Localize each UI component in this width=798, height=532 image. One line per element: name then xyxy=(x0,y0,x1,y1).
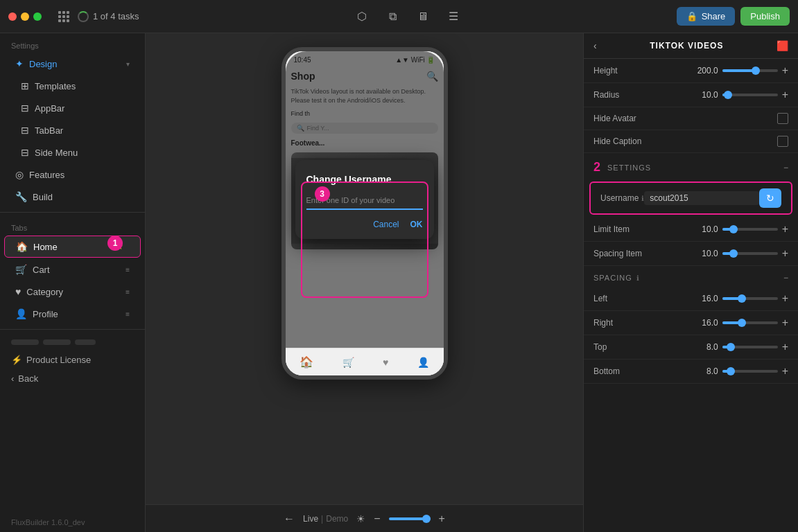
rp-username-row: Username ℹ ↻ xyxy=(589,181,792,215)
share-button[interactable]: 🔒 Share xyxy=(677,7,736,26)
rp-bottom-slider[interactable] xyxy=(722,370,778,373)
rp-hide-caption-row: Hide Caption xyxy=(584,130,798,153)
rp-spacing-item-plus[interactable]: + xyxy=(782,247,788,260)
templates-icon: ⊞ xyxy=(21,80,29,91)
sidebar: Settings ✦ Design ▾ ⊞ Templates ⊟ AppBar… xyxy=(0,33,146,532)
task-spinner xyxy=(78,11,89,22)
list-icon[interactable]: ☰ xyxy=(444,7,463,26)
task-badge: 1 of 4 tasks xyxy=(78,11,139,22)
sidebar-tab-cart[interactable]: 🛒 Cart ≡ xyxy=(4,259,141,280)
rp-back-arrow[interactable]: ‹ xyxy=(593,40,597,51)
rp-header: ‹ TIKTOK VIDEOS 🟥 xyxy=(584,33,798,59)
minimize-button[interactable] xyxy=(21,12,29,21)
grid-icon[interactable] xyxy=(58,11,69,22)
rp-left-label: Left xyxy=(593,294,607,303)
sidebar-item-design[interactable]: ✦ Design ▾ xyxy=(4,53,141,74)
rp-left-thumb xyxy=(738,294,746,303)
separator: | xyxy=(321,514,323,524)
maximize-button[interactable] xyxy=(33,12,42,21)
tasks-label: 1 of 4 tasks xyxy=(93,11,139,21)
rp-settings-collapse[interactable]: − xyxy=(783,163,788,172)
sidebar-item-appbar[interactable]: ⊟ AppBar xyxy=(4,98,141,118)
ph-line-1 xyxy=(11,339,39,345)
profile-badge: ≡ xyxy=(125,310,130,318)
sidebar-tab-category[interactable]: ♥ Category ≡ xyxy=(4,281,141,302)
layers-icon[interactable]: ⬡ xyxy=(352,7,372,26)
publish-button[interactable]: Publish xyxy=(740,7,790,26)
rp-height-fill xyxy=(722,69,756,72)
dialog-cancel-button[interactable]: Cancel xyxy=(373,220,399,229)
rp-bottom-plus[interactable]: + xyxy=(782,365,788,378)
zoom-slider[interactable] xyxy=(389,517,431,520)
category-badge: ≡ xyxy=(125,288,130,296)
rp-left-slider[interactable] xyxy=(722,297,778,300)
phone-inner: 10:45 ▲▼ WiFi 🔋 Shop 🔍 TikTok Videos lay… xyxy=(286,51,444,375)
sidebar-tab-profile[interactable]: 👤 Profile ≡ xyxy=(4,303,141,324)
traffic-lights xyxy=(8,12,42,21)
rp-limit-plus[interactable]: + xyxy=(782,223,788,236)
rp-spacing-collapse[interactable]: − xyxy=(783,273,788,283)
step3-badge: 3 xyxy=(315,186,330,202)
sidebar-product-license[interactable]: ⚡ Product License xyxy=(0,351,145,369)
sidebar-placeholder xyxy=(0,334,145,351)
topbar-center: ⬡ ⧉ 🖥 ☰ xyxy=(352,7,463,26)
rp-top-slider[interactable] xyxy=(722,346,778,348)
cart-label: Cart xyxy=(33,265,120,275)
nav-home-icon[interactable]: 🏠 xyxy=(300,355,313,369)
rp-top-plus[interactable]: + xyxy=(782,341,788,353)
nav-heart-icon[interactable]: ♥ xyxy=(383,357,388,368)
rp-height-slider[interactable] xyxy=(722,69,778,72)
build-icon: 🔧 xyxy=(15,191,27,202)
monitor-icon[interactable]: 🖥 xyxy=(413,7,433,26)
rp-top-value: 8.0 xyxy=(691,342,718,352)
rp-limit-slider[interactable] xyxy=(722,228,778,231)
rp-right-slider[interactable] xyxy=(722,321,778,324)
rp-hide-avatar-label: Hide Avatar xyxy=(593,114,636,123)
rp-hide-caption-checkbox[interactable] xyxy=(777,136,788,147)
sidebar-item-build[interactable]: 🔧 Build xyxy=(4,186,141,207)
rp-radius-slider[interactable] xyxy=(722,94,778,96)
rp-limit-thumb xyxy=(729,225,738,233)
live-label[interactable]: Live xyxy=(303,514,318,524)
demo-label[interactable]: Demo xyxy=(326,514,348,524)
rp-spacing-item-value: 10.0 xyxy=(691,249,718,258)
rp-username-input[interactable] xyxy=(644,191,759,205)
sidebar-item-features[interactable]: ◎ Features xyxy=(4,164,141,185)
templates-label: Templates xyxy=(35,81,130,91)
rp-height-plus[interactable]: + xyxy=(782,64,788,77)
sidebar-item-sidemenu[interactable]: ⊟ Side Menu xyxy=(4,142,141,163)
rp-radius-plus[interactable]: + xyxy=(782,89,788,101)
rp-spacing-item-slider[interactable] xyxy=(722,252,778,255)
topbar-right: 🔒 Share Publish xyxy=(677,7,790,26)
design-label: Design xyxy=(29,59,121,69)
sidebar-item-tabbar[interactable]: ⊟ TabBar xyxy=(4,120,141,141)
zoom-in-button[interactable]: + xyxy=(439,513,445,525)
nav-back-button[interactable]: ← xyxy=(284,513,295,525)
rp-close-icon[interactable]: 🟥 xyxy=(777,40,788,51)
rp-spacing-item-row: Spacing Item 10.0 + xyxy=(584,242,798,266)
rp-refresh-button[interactable]: ↻ xyxy=(759,188,781,208)
rp-limit-item-label: Limit Item xyxy=(593,224,630,234)
sidebar-back[interactable]: ‹ Back xyxy=(0,369,145,388)
nav-profile-icon[interactable]: 👤 xyxy=(417,357,429,368)
close-button[interactable] xyxy=(8,12,17,21)
build-label: Build xyxy=(33,192,130,202)
tabbar-label: TabBar xyxy=(35,125,130,136)
rp-radius-thumb xyxy=(724,91,732,99)
bottom-toolbar: ← Live | Demo ☀ − + xyxy=(146,504,583,532)
product-license-label: Product License xyxy=(26,355,91,365)
zoom-out-button[interactable]: − xyxy=(374,513,380,525)
rp-spacing-item-thumb xyxy=(729,249,738,258)
rp-settings-section: 2 SETTINGS − xyxy=(584,153,798,179)
rp-hide-avatar-checkbox[interactable] xyxy=(777,113,788,124)
dialog-ok-button[interactable]: OK xyxy=(410,220,423,229)
rp-bottom-value: 8.0 xyxy=(691,366,718,376)
sidebar-item-templates[interactable]: ⊞ Templates xyxy=(4,76,141,96)
rp-bottom-label: Bottom xyxy=(593,366,620,376)
rp-left-plus[interactable]: + xyxy=(782,292,788,305)
rp-height-slider-wrap: 200.0 + xyxy=(618,64,788,77)
rp-right-plus[interactable]: + xyxy=(782,317,788,329)
brightness-icon[interactable]: ☀ xyxy=(356,513,365,524)
nav-cart-icon[interactable]: 🛒 xyxy=(342,357,354,368)
copy-icon[interactable]: ⧉ xyxy=(383,7,402,26)
